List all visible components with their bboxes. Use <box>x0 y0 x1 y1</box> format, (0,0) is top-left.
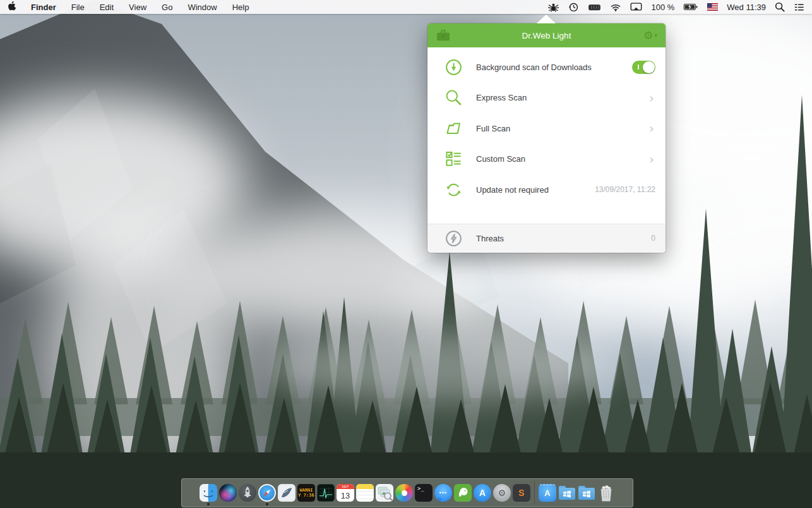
terminal-icon: >_ <box>415 484 433 502</box>
dock-item-calendar[interactable]: SEP 13 <box>336 482 355 504</box>
dock-item-messages[interactable]: ••• <box>434 482 453 504</box>
dock-item-launchpad[interactable] <box>238 482 257 504</box>
keyboard-battery-menu-extra[interactable] <box>588 3 601 12</box>
lcd-clock-widget-icon: WARNI Y 7:36 <box>297 484 315 502</box>
app-store-alias-icon: A <box>539 484 556 502</box>
menu-view[interactable]: View <box>129 3 146 12</box>
yosemite-wallpaper-art <box>0 0 812 508</box>
settings-menu-button[interactable]: ⚙ ▾ <box>643 30 657 41</box>
dock-item-system-preferences[interactable]: ⚙ <box>493 482 511 504</box>
dock-item-windows-folder-2[interactable] <box>577 482 596 504</box>
row-threats[interactable]: Threats 0 <box>427 224 666 253</box>
input-source-menu-extra[interactable] <box>707 3 718 11</box>
chevron-right-icon: › <box>649 122 654 135</box>
dock-item-trash[interactable] <box>597 482 616 504</box>
messages-icon: ••• <box>434 484 452 502</box>
wifi-icon <box>610 3 621 12</box>
mail-icon <box>278 484 296 502</box>
dock-item-siri[interactable] <box>218 482 237 504</box>
row-label: Threats <box>476 234 504 243</box>
calendar-icon: SEP 13 <box>337 484 354 502</box>
display-mirroring-icon <box>630 3 642 11</box>
spotlight-menu-extra[interactable] <box>775 2 785 12</box>
notification-center-menu-extra[interactable] <box>794 3 804 12</box>
menu-help[interactable]: Help <box>232 3 249 12</box>
apple-menu[interactable] <box>8 1 16 13</box>
list-icon <box>794 3 804 12</box>
sublime-text-icon: S <box>513 484 530 502</box>
safari-icon <box>258 484 276 502</box>
keyboard-battery-icon <box>588 3 601 12</box>
row-background-scan: Background scan of Downloads <box>427 52 666 83</box>
menu-clock[interactable]: Wed 11:39 <box>727 3 766 12</box>
row-label: Custom Scan <box>476 154 525 164</box>
sublime-letter: S <box>518 488 524 498</box>
drweb-popover: Dr.Web Light ⚙ ▾ Background scan of Down… <box>427 23 666 253</box>
oscilloscope-widget-icon <box>317 484 335 502</box>
dock-item-windows-folder-1[interactable] <box>558 482 576 504</box>
caret-down-icon: ▾ <box>654 33 657 39</box>
magnifier-icon <box>445 89 462 106</box>
display-menu-extra[interactable] <box>630 3 642 11</box>
finder-icon <box>200 484 217 502</box>
calendar-day: 13 <box>337 489 354 502</box>
popover-arrow <box>537 15 556 23</box>
row-label: Update not required <box>476 185 549 195</box>
dock-item-mail[interactable] <box>277 482 296 504</box>
us-flag-icon <box>707 3 718 11</box>
row-label: Full Scan <box>476 124 510 133</box>
app-store-icon: A <box>474 484 491 502</box>
dock-item-evernote[interactable] <box>453 482 472 504</box>
dock-item-lcd-clock-widget[interactable]: WARNI Y 7:36 <box>297 482 316 504</box>
row-update[interactable]: Update not required 13/09/2017, 11:22 <box>427 174 666 205</box>
dock-item-sublime-text[interactable]: S <box>512 482 531 504</box>
dock-item-app-store[interactable]: A <box>473 482 492 504</box>
system-preferences-icon: ⚙ <box>493 484 511 502</box>
wifi-menu-extra[interactable] <box>610 3 621 12</box>
dock-item-app-store-alias[interactable]: A <box>538 482 557 504</box>
menu-window[interactable]: Window <box>188 3 217 12</box>
menu-file[interactable]: File <box>71 3 85 12</box>
drweb-menu-extra[interactable] <box>547 2 559 12</box>
row-custom-scan[interactable]: Custom Scan › <box>427 144 666 175</box>
checklist-icon <box>445 150 462 167</box>
chevron-right-icon: › <box>649 153 654 166</box>
lcd-line2: Y 7:36 <box>298 493 314 498</box>
running-indicator <box>266 503 268 505</box>
update-timestamp: 13/09/2017, 11:22 <box>595 185 655 194</box>
menu-edit[interactable]: Edit <box>100 3 114 12</box>
battery-charging-icon <box>683 3 698 11</box>
menu-go[interactable]: Go <box>162 3 172 12</box>
row-full-scan[interactable]: Full Scan › <box>427 113 666 144</box>
dock-item-preview[interactable] <box>375 482 394 504</box>
drweb-spider-icon <box>547 2 559 12</box>
panel-title: Dr.Web Light <box>427 31 666 40</box>
calendar-month: SEP <box>337 484 354 489</box>
search-icon <box>775 2 785 12</box>
active-app-name[interactable]: Finder <box>31 3 56 12</box>
menu-bar: Finder File Edit View Go Window Help <box>0 0 812 14</box>
messages-dots: ••• <box>439 490 447 496</box>
app-store-letter: A <box>479 488 486 498</box>
gear-icon: ⚙ <box>643 30 653 41</box>
dock-item-oscilloscope-widget[interactable] <box>316 482 335 504</box>
lightning-circle-icon <box>445 230 462 247</box>
dock-item-terminal[interactable]: >_ <box>414 482 433 504</box>
row-express-scan[interactable]: Express Scan › <box>427 83 666 114</box>
dock-item-notes[interactable] <box>355 482 374 504</box>
threats-count: 0 <box>651 234 655 243</box>
app-store-alias-letter: A <box>544 488 550 498</box>
battery-menu-extra[interactable] <box>683 3 698 11</box>
dock-item-finder[interactable] <box>199 482 218 504</box>
background-scan-toggle[interactable] <box>632 61 655 74</box>
time-machine-menu-extra[interactable] <box>568 2 579 12</box>
toggle-on-mark <box>638 64 639 70</box>
desktop-wallpaper <box>0 0 812 508</box>
launchpad-icon <box>239 484 256 502</box>
panel-header: Dr.Web Light ⚙ ▾ <box>427 23 666 47</box>
dock-item-safari[interactable] <box>258 482 277 504</box>
evernote-icon <box>454 484 472 502</box>
dock-item-photos[interactable] <box>395 482 414 504</box>
apple-icon <box>8 1 16 11</box>
battery-percent-label: 100 % <box>651 3 674 12</box>
